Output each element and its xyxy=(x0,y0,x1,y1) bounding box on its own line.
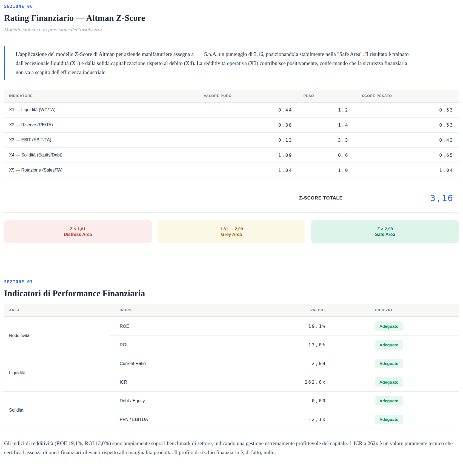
index-value: 13,0% xyxy=(268,336,345,354)
index-label: ICR xyxy=(109,373,268,391)
indicator-value: 0,38 xyxy=(195,122,295,128)
table-row: X3 — EBIT (EBIT/TA) 0,13 3,3 0,43 xyxy=(4,133,459,148)
zone-grey-area: 1,81 — 2,99 Grey Area xyxy=(158,220,305,243)
indicator-label: X1 — Liquidità (WC/TA) xyxy=(4,107,195,112)
indicator-score: 0,53 xyxy=(350,122,459,128)
zscore-total-label: Z-SCORE TOTALE xyxy=(4,195,350,201)
index-label: PFN / EBITDA xyxy=(109,410,268,429)
section-separator xyxy=(0,258,463,258)
section-07: SEZIONE 07 Indicatori di Performance Fin… xyxy=(4,280,459,457)
indicator-score: 1,04 xyxy=(350,168,459,173)
section-07-title: Indicatori di Performance Finanziaria xyxy=(4,289,459,298)
indicator-value: 0,44 xyxy=(195,107,295,113)
section-07-kicker: SEZIONE 07 xyxy=(4,280,459,284)
zone-label: Safe Area xyxy=(375,232,395,237)
index-value: 2,08 xyxy=(268,354,345,373)
indicator-score: 0,43 xyxy=(350,138,459,143)
report-page: SEZIONE 06 Rating Finanziario — Altman Z… xyxy=(0,0,463,462)
indicator-weight: 1,4 xyxy=(295,122,350,128)
zscore-summary-callout: L'applicazione del modello Z-Score di Al… xyxy=(4,46,410,80)
zscore-total-value: 3,16 xyxy=(350,193,459,203)
judgment-badge: Adeguato xyxy=(375,340,403,350)
judgment-cell: Adeguato xyxy=(345,373,459,391)
performance-table-header: Area Indice Valore Giudizio xyxy=(4,304,459,317)
judgment-cell: Adeguato xyxy=(345,410,459,429)
indicator-label: X2 — Riserve (RE/TA) xyxy=(4,122,195,127)
indicator-weight: 0,6 xyxy=(295,153,350,158)
section-06-kicker: SEZIONE 06 xyxy=(4,4,459,9)
callout-text-before-company: L'applicazione del modello Z-Score di Al… xyxy=(16,51,194,57)
zone-range: Z < 1,81 xyxy=(70,226,86,231)
indicator-weight: 1,2 xyxy=(295,107,350,113)
zone-range: 1,81 — 2,99 xyxy=(220,226,243,231)
index-value: -2,1x xyxy=(268,410,345,429)
judgment-badge: Adeguato xyxy=(375,377,403,387)
indicator-label: X5 — Rotazione (Sales/TA) xyxy=(4,168,195,173)
index-value: 262,8x xyxy=(268,373,345,391)
col-header-score-pesato: Score Pesato xyxy=(350,94,459,98)
section-06: SEZIONE 06 Rating Finanziario — Altman Z… xyxy=(4,4,459,243)
judgment-badge: Adeguato xyxy=(375,321,403,331)
index-value: 0,00 xyxy=(268,392,345,410)
index-label: ROE xyxy=(109,317,268,335)
judgment-badge: Adeguato xyxy=(375,415,403,424)
judgment-cell: Adeguato xyxy=(345,317,459,335)
indicator-label: X3 — EBIT (EBIT/TA) xyxy=(4,138,195,142)
zone-label: Distress Area xyxy=(64,232,92,237)
index-label: Current Ratio xyxy=(109,354,268,373)
area-label: Solidità xyxy=(4,392,109,429)
judgment-badge: Adeguato xyxy=(375,396,403,406)
indicator-score: 0,53 xyxy=(350,107,459,113)
judgment-cell: Adeguato xyxy=(345,392,459,410)
zone-label: Grey Area xyxy=(221,232,242,237)
indicator-value: 0,13 xyxy=(195,138,295,143)
performance-table: Area Indice Valore Giudizio Redditività … xyxy=(4,304,459,429)
zscore-table-header: Indicatore Valore Puro Peso Score Pesato xyxy=(4,90,459,102)
index-label: ROI xyxy=(109,336,268,354)
zscore-table: Indicatore Valore Puro Peso Score Pesato… xyxy=(4,90,459,213)
indicator-weight: 3,3 xyxy=(295,138,350,143)
group-liquidita: Liquidità Current Ratio 2,08 Adeguato IC… xyxy=(4,354,459,392)
table-row: X5 — Rotazione (Sales/TA) 1,04 1,0 1,04 xyxy=(4,163,459,178)
group-redditivita: Redditività ROE 19,1% Adeguato ROI 13,0%… xyxy=(4,317,459,354)
performance-commentary: Gli indici di redditività (ROE 19,1%, RO… xyxy=(4,439,459,457)
col-header-valore: Valore xyxy=(268,308,345,312)
table-row: X2 — Riserve (RE/TA) 0,38 1,4 0,53 xyxy=(4,118,459,133)
col-header-indicatore: Indicatore xyxy=(4,94,195,98)
zone-range: Z > 2,99 xyxy=(377,226,393,231)
section-06-subtitle: Modello statistico di previsione dell'in… xyxy=(4,27,459,33)
indicator-label: X4 — Solidità (Equity/Debt) xyxy=(4,153,195,158)
table-row: X4 — Solidità (Equity/Debt) 1,09 0,6 0,6… xyxy=(4,148,459,163)
section-06-title: Rating Finanziario — Altman Z-Score xyxy=(4,13,459,23)
indicator-score: 0,65 xyxy=(350,153,459,158)
indicator-value: 1,09 xyxy=(195,153,295,158)
group-solidita: Solidità Debt / Equity 0,00 Adeguato PFN… xyxy=(4,392,459,429)
zone-safe-area: Z > 2,99 Safe Area xyxy=(311,220,459,243)
col-header-area: Area xyxy=(4,308,109,312)
zscore-total-row: Z-SCORE TOTALE 3,16 xyxy=(4,178,459,213)
area-label: Liquidità xyxy=(4,354,109,391)
index-value: 19,1% xyxy=(268,317,345,335)
judgment-badge: Adeguato xyxy=(375,359,403,368)
judgment-cell: Adeguato xyxy=(345,336,459,354)
zone-distress-area: Z < 1,81 Distress Area xyxy=(4,220,152,243)
col-header-valore-puro: Valore Puro xyxy=(195,94,295,98)
judgment-cell: Adeguato xyxy=(345,354,459,373)
area-label: Redditività xyxy=(4,317,109,354)
indicator-weight: 1,0 xyxy=(295,168,350,173)
indicator-value: 1,04 xyxy=(195,168,295,173)
zscore-zone-legend: Z < 1,81 Distress Area 1,81 — 2,99 Grey … xyxy=(4,220,459,243)
col-header-peso: Peso xyxy=(295,94,350,98)
col-header-indice: Indice xyxy=(109,308,268,312)
col-header-giudizio: Giudizio xyxy=(345,308,459,312)
table-row: X1 — Liquidità (WC/TA) 0,44 1,2 0,53 xyxy=(4,102,459,118)
index-label: Debt / Equity xyxy=(109,392,268,410)
